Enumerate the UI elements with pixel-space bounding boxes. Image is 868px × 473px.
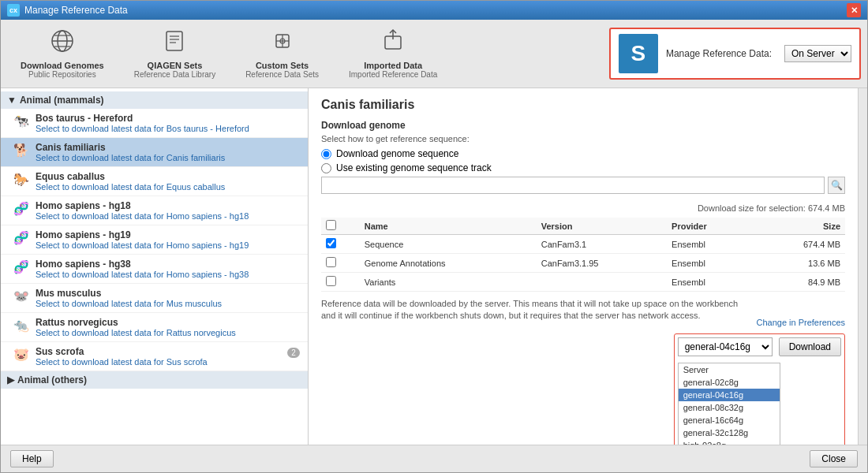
list-item-sus[interactable]: 🐷 Sus scrofa Select to download latest d… <box>1 342 308 371</box>
rattus-desc: Select to download latest data for Rattu… <box>36 328 236 337</box>
list-item-homo-hg38[interactable]: 🧬 Homo sapiens - hg38 Select to download… <box>1 255 308 284</box>
toolbar-imported-data[interactable]: Imported Data Imported Reference Data <box>335 23 451 84</box>
species-icon-sus: 🐷 <box>13 347 29 362</box>
right-scrollbar[interactable] <box>858 88 867 445</box>
manage-ref-select[interactable]: On Server Locally <box>784 45 851 62</box>
import-icon <box>380 28 406 59</box>
row1-check <box>321 254 360 273</box>
row0-version: CanFam3.1 <box>537 235 667 254</box>
select-all-checkbox[interactable] <box>326 220 336 230</box>
homo18-name: Homo sapiens - hg18 <box>36 200 249 211</box>
row0-provider: Ensembl <box>667 235 754 254</box>
species-icon-homo19: 🧬 <box>13 230 29 245</box>
dropdown-list: Server general-02c8g general-04c16g gene… <box>678 363 780 445</box>
row1-name: Genome Annotations <box>360 254 537 273</box>
species-icon-canis: 🐕 <box>13 143 29 158</box>
equus-desc: Select to download latest data for Equus… <box>36 182 225 192</box>
list-item-rattus[interactable]: 🐀 Rattus norvegicus Select to download l… <box>1 313 308 342</box>
table-row: Genome Annotations CanFam3.1.95 Ensembl … <box>321 254 845 273</box>
group-others-header[interactable]: ▶ Animal (others) <box>1 371 308 389</box>
bos-desc: Select to download latest data for Bos t… <box>36 124 249 133</box>
qiagen-icon <box>162 28 187 59</box>
genome-track-input[interactable] <box>321 177 825 194</box>
row0-name: Sequence <box>360 235 537 254</box>
radio-row-existing: Use existing genome sequence track <box>321 162 845 173</box>
th-provider: Provider <box>667 218 754 235</box>
bottom-bar: Help Close <box>1 445 867 472</box>
genome-track-search-button[interactable]: 🔍 <box>828 177 845 194</box>
dropdown-item-server[interactable]: Server <box>679 363 780 376</box>
list-item-homo-hg18[interactable]: 🧬 Homo sapiens - hg18 Select to download… <box>1 196 308 225</box>
download-genome-sub: Select how to get reference sequence: <box>321 134 845 143</box>
download-size-text: Download size for selection: 674.4 MB <box>698 203 845 213</box>
row2-name: Variants <box>360 273 537 292</box>
list-item-homo38-text: Homo sapiens - hg38 Select to download l… <box>36 259 249 279</box>
change-preferences-link[interactable]: Change in Preferences <box>756 318 845 327</box>
dropdown-item-general04[interactable]: general-04c16g <box>679 389 780 401</box>
th-size: Size <box>754 218 845 235</box>
collapse-icon-2: ▶ <box>7 374 14 385</box>
species-icon-rattus: 🐀 <box>13 318 29 333</box>
svg-rect-5 <box>166 32 182 50</box>
dropdown-item-general32[interactable]: general-32c128g <box>679 426 780 439</box>
row1-version: CanFam3.1.95 <box>537 254 667 273</box>
download-genome-title: Download genome <box>321 120 845 131</box>
rattus-name: Rattus norvegicus <box>36 317 236 328</box>
bos-name: Bos taurus - Hereford <box>36 113 249 124</box>
dropdown-item-general16[interactable]: general-16c64g <box>679 414 780 426</box>
species-icon-bos: 🐄 <box>13 114 29 128</box>
homo19-desc: Select to download latest data for Homo … <box>36 240 249 250</box>
help-button[interactable]: Help <box>10 450 54 467</box>
download-size-row: Download size for selection: 674.4 MB <box>321 203 845 213</box>
row2-size: 84.9 MB <box>754 273 845 292</box>
radio-download-seq[interactable] <box>321 149 331 159</box>
radio-use-existing[interactable] <box>321 163 331 173</box>
list-item-canis[interactable]: 🐕 Canis familiaris Select to download la… <box>1 138 308 167</box>
list-item-mus[interactable]: 🐭 Mus musculus Select to download latest… <box>1 284 308 313</box>
row0-check <box>321 235 360 254</box>
close-button[interactable]: Close <box>810 450 858 467</box>
custom-sets-sub: Reference Data Sets <box>245 70 319 79</box>
globe-icon <box>50 28 75 59</box>
group-others-label: Animal (others) <box>17 374 87 385</box>
server-dropdown-select[interactable]: Server general-02c8g general-04c16g gene… <box>678 337 773 356</box>
list-item-homo19-text: Homo sapiens - hg19 Select to download l… <box>36 229 249 250</box>
table-row: Variants Ensembl 84.9 MB <box>321 273 845 292</box>
table-row: Sequence CanFam3.1 Ensembl 674.4 MB <box>321 235 845 254</box>
toolbar-download-genomes[interactable]: Download Genomes Public Repositories <box>7 23 118 84</box>
list-item-bos[interactable]: 🐄 Bos taurus - Hereford Select to downlo… <box>1 109 308 138</box>
list-item-sus-text: Sus scrofa Select to download latest dat… <box>36 346 208 367</box>
qiagen-sets-label: QIAGEN Sets <box>148 61 203 70</box>
collapse-icon: ▼ <box>7 95 17 106</box>
row1-provider: Ensembl <box>667 254 754 273</box>
list-item-mus-text: Mus musculus Select to download latest d… <box>36 288 222 308</box>
species-icon-homo18: 🧬 <box>13 201 29 216</box>
mus-desc: Select to download latest data for Mus m… <box>36 299 222 308</box>
toolbar-qiagen-sets[interactable]: QIAGEN Sets Reference Data Library <box>121 23 229 84</box>
titlebar-left: cx Manage Reference Data <box>7 4 128 17</box>
dropdown-item-general08[interactable]: general-08c32g <box>679 401 780 414</box>
th-name: Name <box>360 218 537 235</box>
row1-checkbox[interactable] <box>326 257 336 267</box>
dropdown-item-high02[interactable]: high-02c8g <box>679 439 780 445</box>
list-item-equus[interactable]: 🐎 Equus caballus Select to download late… <box>1 167 308 196</box>
table-header-row: Name Version Provider Size <box>321 218 845 235</box>
row0-checkbox[interactable] <box>326 238 336 248</box>
group-mammals-header[interactable]: ▼ Animal (mammals) <box>1 91 308 109</box>
sus-desc: Select to download latest data for Sus s… <box>36 357 208 367</box>
info-pref-row: Reference data will be downloaded by the… <box>321 298 845 327</box>
list-item-homo-hg19[interactable]: 🧬 Homo sapiens - hg19 Select to download… <box>1 225 308 255</box>
mus-name: Mus musculus <box>36 288 222 299</box>
window-title: Manage Reference Data <box>24 5 128 16</box>
custom-sets-label: Custom Sets <box>256 61 309 70</box>
left-panel: ▼ Animal (mammals) 🐄 Bos taurus - Herefo… <box>1 88 309 445</box>
radio-group: Download genome sequence Use existing ge… <box>321 148 845 197</box>
species-icon-homo38: 🧬 <box>13 259 29 274</box>
canis-desc: Select to download latest data for Canis… <box>36 153 225 162</box>
main-content: ▼ Animal (mammals) 🐄 Bos taurus - Herefo… <box>1 88 867 445</box>
toolbar-custom-sets[interactable]: Custom Sets Reference Data Sets <box>232 23 332 84</box>
download-button[interactable]: Download <box>779 337 841 356</box>
window-close-button[interactable]: ✕ <box>847 3 861 17</box>
dropdown-item-general02[interactable]: general-02c8g <box>679 376 780 389</box>
row2-checkbox[interactable] <box>326 276 336 286</box>
